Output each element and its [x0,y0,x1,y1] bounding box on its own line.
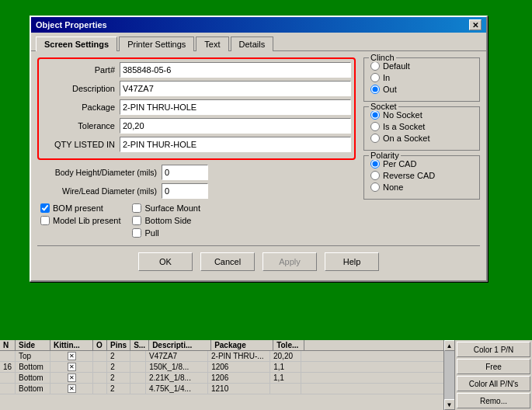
cell-package: 1206 [208,373,270,383]
description-input[interactable] [120,81,351,96]
color-all-pn-button[interactable]: Color All P/N's [457,376,530,391]
cancel-button[interactable]: Cancel [200,252,255,271]
cell-n [0,351,16,361]
tab-details[interactable]: Details [231,36,274,51]
tolerance-label: Tolerance [42,121,120,130]
clinch-default-item: Default [370,61,473,71]
red-outlined-fields: Part# Description Package Tolerance [37,57,356,160]
cell-pins: 2 [107,373,130,383]
cell-pins: 2 [107,384,130,394]
apply-button[interactable]: Apply [263,252,317,271]
cell-tole: 1,1 [270,373,301,383]
bottom-table: N Side Kittin... O Pins S... Descripti..… [0,340,532,410]
tab-screen-settings[interactable]: Screen Settings [36,36,117,51]
cell-kitting: ✕ [50,351,93,361]
wire-lead-label: Wire/Lead Diameter (mils) [37,186,162,196]
body-height-row: Body Height/Diameter (mils) [37,165,356,180]
cell-desc: V47ZA7 [146,351,208,361]
model-lib-item: Model Lib present [40,216,120,225]
polarity-none-label: None [383,182,403,192]
checkbox-col-left: BOM present Model Lib present [40,203,120,238]
tab-text[interactable]: Text [196,36,228,51]
socket-is-radio[interactable] [370,122,380,131]
dialog-title: Object Properties [36,20,107,30]
cell-side: Bottom [16,362,50,372]
wire-lead-input[interactable] [162,183,208,199]
cell-kitting: ✕ [50,373,93,383]
tolerance-input[interactable] [120,118,351,134]
polarity-none-radio[interactable] [370,182,380,192]
col-pins: Pins [107,340,130,350]
cell-o [93,351,107,361]
polarity-percad-label: Per CAD [383,159,416,169]
col-tole: Tole... [273,340,304,350]
description-label: Description [42,84,120,93]
col-n: N [0,340,16,350]
cell-kitting: ✕ [50,362,93,372]
ok-button[interactable]: OK [138,252,193,271]
color-1-pn-button[interactable]: Color 1 P/N [457,342,530,357]
clinch-in-radio[interactable] [370,73,380,82]
socket-on-label: On a Socket [383,134,430,143]
cell-package: 1206 [208,362,270,372]
socket-title: Socket [369,102,398,111]
cell-pins: 2 [107,362,130,372]
free-button[interactable]: Free [457,359,530,374]
bom-present-label: BOM present [53,203,103,213]
wire-lead-row: Wire/Lead Diameter (mils) [37,183,356,199]
qty-input[interactable] [120,137,351,152]
package-label: Package [42,102,120,112]
tolerance-row: Tolerance [42,118,351,134]
clinch-out-item: Out [370,85,473,94]
bom-present-checkbox[interactable] [40,203,50,213]
polarity-percad-radio[interactable] [370,159,380,169]
qty-row: QTY LISTED IN [42,137,351,152]
bom-present-item: BOM present [40,203,120,213]
clinch-default-label: Default [383,61,410,71]
title-bar: Object Properties ✕ [31,17,486,33]
qty-label: QTY LISTED IN [42,140,120,149]
buttons-row: OK Cancel Apply Help [37,245,480,274]
cell-side: Bottom [16,384,50,394]
polarity-none-item: None [370,182,473,192]
table-scrollbar[interactable]: ▲ ▼ [443,340,454,410]
part-input[interactable] [120,62,351,78]
right-sidebar: Color 1 P/N Free Color All P/N's Remo... [454,340,532,410]
cell-package: 2-PIN THRU-... [208,351,270,361]
cell-side: Top [16,351,50,361]
close-button[interactable]: ✕ [469,19,482,30]
cell-n [0,373,16,383]
package-row: Package [42,99,351,115]
dialog-content: Part# Description Package Tolerance [31,50,486,280]
bottom-side-checkbox[interactable] [132,216,141,225]
scroll-track[interactable] [444,351,454,399]
scroll-up-arrow[interactable]: ▲ [444,340,455,351]
part-row: Part# [42,62,351,78]
polarity-reversecad-label: Reverse CAD [383,171,435,180]
polarity-reversecad-radio[interactable] [370,171,380,180]
scroll-down-arrow[interactable]: ▼ [444,399,455,410]
body-height-input[interactable] [162,165,208,180]
part-label: Part# [42,65,120,75]
clinch-in-item: In [370,73,473,82]
col-kitting: Kittin... [50,340,93,350]
left-section: Part# Description Package Tolerance [37,57,356,241]
pull-checkbox[interactable] [132,228,141,238]
clinch-default-radio[interactable] [370,61,380,71]
remove-button[interactable]: Remo... [457,393,530,408]
surface-mount-label: Surface Mount [144,203,200,213]
cell-side: Bottom [16,373,50,383]
socket-none-radio[interactable] [370,110,380,120]
cell-desc: 150K_1/8... [146,362,208,372]
help-button[interactable]: Help [325,252,379,271]
model-lib-checkbox[interactable] [40,216,50,225]
socket-is-label: Is a Socket [383,122,425,131]
package-input[interactable] [120,99,351,115]
surface-mount-checkbox[interactable] [132,203,141,213]
polarity-group: Polarity Per CAD Reverse CAD None [363,155,480,200]
col-s: S... [130,340,149,350]
socket-on-radio[interactable] [370,134,380,143]
clinch-out-radio[interactable] [370,85,380,94]
clinch-group: Clinch Default In Out [363,57,480,102]
tab-printer-settings[interactable]: Printer Settings [119,36,194,51]
